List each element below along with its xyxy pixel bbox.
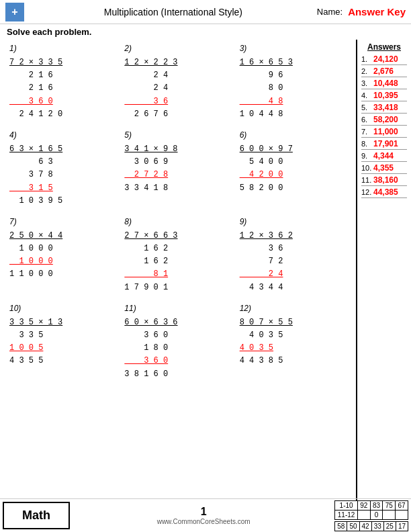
problem-row-1: 1) 7 2 × 3 3 5 2 1 6 2 1 6 3 6 0 2 4 1 2… [5,41,351,124]
score-range-2: 11-12 [335,510,358,519]
score-8: 8 [357,510,370,519]
problem-7-work: 2 5 0 × 4 4 1 0 0 0 1 0 0 0 1 1 0 0 0 [9,230,116,281]
answer-num-10: 10. [361,164,373,172]
answer-val-4: 10,395 [373,91,398,100]
footer: Math 1 www.CommonCoreSheets.com 1-10 92 … [0,498,411,532]
answer-item-10: 10. 4,355 [361,163,407,174]
answer-item-4: 4. 10,395 [361,91,407,101]
problem-2-work: 1 2 × 2 2 3 2 4 2 4 3 6 2 6 7 6 [124,56,231,121]
score-0: 0 [370,510,383,519]
answers-sidebar: Answers 1. 24,120 2. 2,676 3. 10,448 4. … [356,40,411,514]
problem-4-work: 6 3 × 1 6 5 6 3 3 7 8 3 1 5 1 0 3 9 5 [9,143,116,208]
footer-website: www.CommonCoreSheets.com [157,518,250,525]
score-table: 1-10 92 83 75 67 11-12 8 0 [334,500,408,520]
footer-math-label: Math [3,502,70,529]
score-row-3: 58 50 42 33 25 17 [335,521,408,531]
problem-row-4: 10) 3 3 5 × 1 3 3 3 5 1 0 0 5 4 3 5 5 11… [5,301,351,384]
answer-num-12: 12. [361,188,373,196]
answer-num-5: 5. [361,103,373,112]
problem-2: 2) 1 2 × 2 2 3 2 4 2 4 3 6 2 6 7 6 [120,41,235,124]
answer-val-5: 33,418 [373,103,398,112]
name-label: Name: [317,7,342,17]
problem-9: 9) 1 2 × 3 6 2 3 6 7 2 2 4 4 3 4 4 [236,214,351,297]
answer-num-7: 7. [361,128,373,136]
problem-7: 7) 2 5 0 × 4 4 1 0 0 0 1 0 0 0 1 1 0 0 0 [5,214,120,297]
page-number: 1 [201,506,207,518]
problem-12: 12) 8 0 7 × 5 5 4 0 3 5 4 0 3 5 4 4 3 8 … [236,301,351,384]
score-58: 58 [335,521,347,531]
problem-11-work: 6 0 × 6 3 6 3 6 0 1 8 0 3 6 0 3 8 1 6 0 [124,316,231,381]
problem-3: 3) 1 6 × 6 5 3 9 6 8 0 4 8 1 0 4 4 8 [236,41,351,124]
logo-icon: + [5,3,24,21]
score-25: 25 [383,521,396,531]
answer-val-2: 2,676 [373,66,394,76]
problem-row-2: 4) 6 3 × 1 6 5 6 3 3 7 8 3 1 5 1 0 3 9 5… [5,128,351,210]
score-label-row-2: 11-12 8 0 [335,510,408,519]
problem-9-number: 9) [240,217,247,226]
problem-1: 1) 7 2 × 3 3 5 2 1 6 2 1 6 3 6 0 2 4 1 2… [5,41,120,124]
answer-item-2: 2. 2,676 [361,66,407,77]
problem-11-number: 11) [124,304,136,313]
score-83: 83 [370,500,383,510]
problem-10-number: 10) [9,304,21,313]
answer-num-6: 6. [361,116,373,124]
header: + Multiplication (International Style) N… [0,0,411,24]
answers-list: 1. 24,120 2. 2,676 3. 10,448 4. 10,395 5… [361,54,407,198]
answer-num-11: 11. [361,176,373,184]
problem-1-number: 1) [9,44,17,53]
answer-num-4: 4. [361,91,373,99]
problem-6: 6) 6 0 0 × 9 7 5 4 0 0 4 2 0 0 5 8 2 0 0 [236,128,351,210]
answer-item-6: 6. 58,200 [361,115,407,126]
answer-val-3: 10,448 [373,79,398,88]
answer-val-8: 17,901 [373,139,398,148]
score-label-row: 1-10 92 83 75 67 [335,500,408,510]
score-75: 75 [383,500,396,510]
answer-item-3: 3. 10,448 [361,79,407,89]
problem-12-work: 8 0 7 × 5 5 4 0 3 5 4 0 3 5 4 4 3 8 5 [240,316,347,368]
answer-val-1: 24,120 [373,54,398,64]
answer-num-3: 3. [361,79,373,87]
solve-instruction: Solve each problem. [0,24,411,40]
score-17: 17 [396,521,408,531]
answer-val-10: 4,355 [373,163,394,173]
problem-9-work: 1 2 × 3 6 2 3 6 7 2 2 4 4 3 4 4 [240,230,347,294]
problem-8-work: 2 7 × 6 6 3 1 6 2 1 6 2 8 1 1 7 9 0 1 [124,230,231,294]
main-content: 1) 7 2 × 3 3 5 2 1 6 2 1 6 3 6 0 2 4 1 2… [0,40,411,514]
problem-8: 8) 2 7 × 6 6 3 1 6 2 1 6 2 8 1 1 7 9 0 1 [120,214,235,297]
answer-val-7: 11,000 [373,127,398,136]
problem-4: 4) 6 3 × 1 6 5 6 3 3 7 8 3 1 5 1 0 3 9 5 [5,128,120,210]
score-empty-1 [383,510,396,519]
answer-num-9: 9. [361,152,373,160]
footer-score-table: 1-10 92 83 75 67 11-12 8 0 58 50 42 33 2… [334,499,411,532]
answer-num-8: 8. [361,140,373,148]
problem-6-work: 6 0 0 × 9 7 5 4 0 0 4 2 0 0 5 8 2 0 0 [240,143,347,195]
answer-val-12: 44,385 [373,187,398,197]
problem-5-number: 5) [124,130,132,140]
score-42: 42 [359,521,371,531]
score-empty-2 [396,510,408,519]
score-33: 33 [371,521,383,531]
score-67: 67 [396,500,408,510]
problem-4-number: 4) [9,130,17,140]
problem-2-number: 2) [124,44,132,53]
problem-1-work: 7 2 × 3 3 5 2 1 6 2 1 6 3 6 0 2 4 1 2 0 [9,56,116,121]
answer-item-8: 8. 17,901 [361,139,407,150]
problem-10-work: 3 3 5 × 1 3 3 3 5 1 0 0 5 4 3 5 5 [9,316,116,368]
problem-3-work: 1 6 × 6 5 3 9 6 8 0 4 8 1 0 4 4 8 [240,56,347,121]
problem-6-number: 6) [240,130,247,140]
answer-item-12: 12. 44,385 [361,187,407,198]
answer-num-1: 1. [361,55,373,63]
score-92: 92 [357,500,370,510]
footer-center: 1 www.CommonCoreSheets.com [73,499,334,532]
score-table-2: 58 50 42 33 25 17 [334,521,408,531]
answer-item-5: 5. 33,418 [361,103,407,114]
problem-row-3: 7) 2 5 0 × 4 4 1 0 0 0 1 0 0 0 1 1 0 0 0… [5,214,351,297]
answers-title: Answers [361,42,407,52]
problem-5: 5) 3 4 1 × 9 8 3 0 6 9 2 7 2 8 3 3 4 1 8 [120,128,235,210]
problem-8-number: 8) [124,217,132,226]
problem-12-number: 12) [240,304,251,313]
answer-val-6: 58,200 [373,115,398,124]
answer-val-9: 4,344 [373,151,394,161]
answer-item-7: 7. 11,000 [361,127,407,138]
answer-key-label: Answer Key [348,6,406,17]
